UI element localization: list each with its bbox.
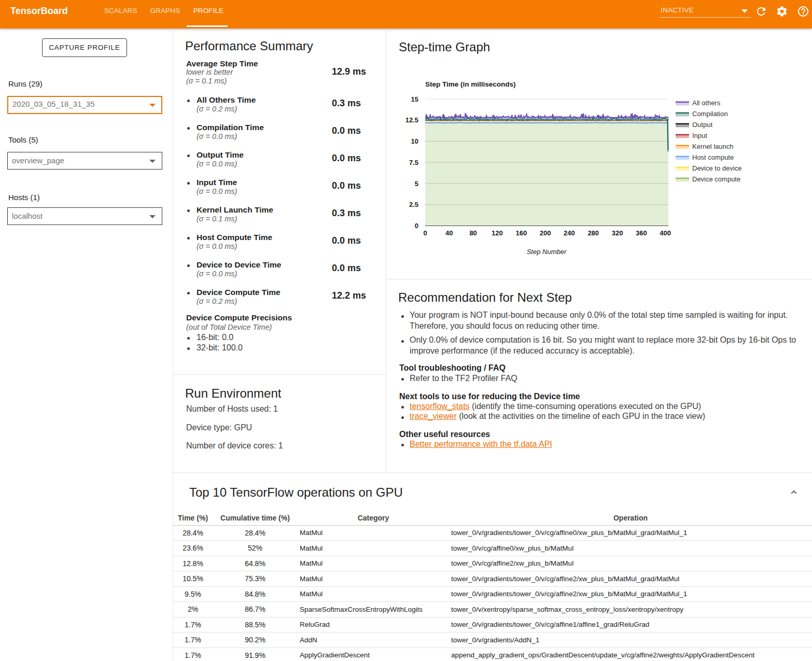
- svg-text:7.5: 7.5: [409, 159, 418, 166]
- svg-text:Device to device: Device to device: [692, 164, 741, 172]
- svg-text:12.5: 12.5: [405, 116, 418, 124]
- svg-text:Kernel launch: Kernel launch: [692, 143, 734, 150]
- svg-text:10: 10: [411, 137, 418, 145]
- svg-text:2.5: 2.5: [409, 201, 418, 208]
- svg-text:Step Time (in milliseconds): Step Time (in milliseconds): [425, 80, 516, 88]
- svg-text:400: 400: [660, 229, 671, 237]
- svg-text:200: 200: [540, 229, 551, 237]
- svg-text:Host compute: Host compute: [692, 153, 734, 161]
- svg-text:Input: Input: [692, 132, 707, 139]
- svg-text:Step Number: Step Number: [527, 248, 567, 256]
- svg-text:160: 160: [515, 229, 527, 237]
- svg-text:5: 5: [415, 180, 418, 188]
- svg-text:240: 240: [564, 229, 575, 237]
- svg-text:Output: Output: [692, 121, 712, 129]
- svg-text:0: 0: [415, 222, 418, 230]
- svg-text:All others: All others: [692, 99, 721, 107]
- svg-text:360: 360: [636, 229, 647, 237]
- svg-text:320: 320: [612, 229, 623, 237]
- svg-text:280: 280: [587, 229, 599, 237]
- svg-text:120: 120: [492, 229, 503, 237]
- svg-text:Compilation: Compilation: [692, 110, 728, 118]
- svg-text:0: 0: [423, 229, 427, 237]
- svg-text:Device compute: Device compute: [692, 175, 740, 183]
- svg-text:15: 15: [411, 95, 418, 103]
- svg-text:40: 40: [445, 229, 453, 237]
- svg-text:80: 80: [469, 229, 477, 237]
